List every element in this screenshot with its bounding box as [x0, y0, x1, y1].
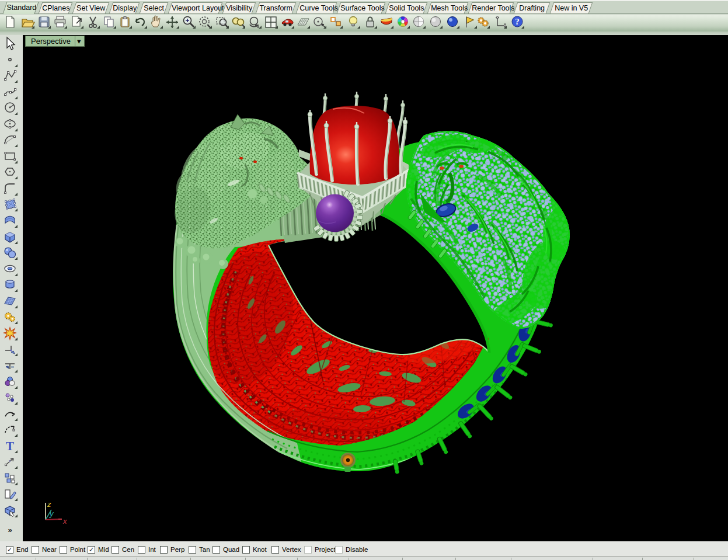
- svg-text:z: z: [47, 500, 51, 509]
- svg-text:x: x: [62, 517, 67, 526]
- svg-text:?: ?: [515, 17, 520, 26]
- svg-text:y: y: [49, 509, 54, 518]
- svg-text:T: T: [6, 439, 14, 453]
- svg-text:»: »: [8, 526, 12, 534]
